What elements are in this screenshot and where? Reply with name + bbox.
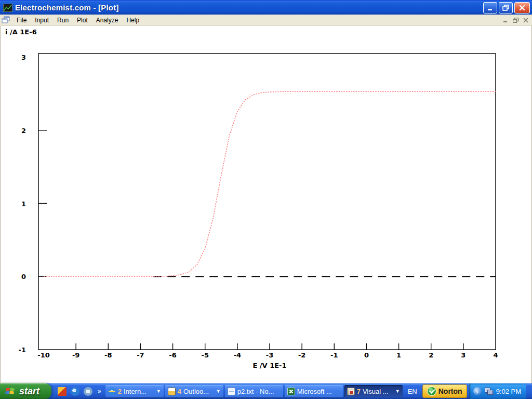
mdi-minimize-button[interactable] bbox=[502, 17, 510, 24]
x-axis-title: E /V 1E-1 bbox=[252, 362, 286, 369]
taskbar: start » 2Intern...▼4Outloo...▼p2.txt - N… bbox=[0, 383, 532, 399]
menu-plot[interactable]: Plot bbox=[73, 15, 92, 25]
dropdown-arrow-icon[interactable]: ▼ bbox=[156, 389, 161, 394]
menu-help[interactable]: Help bbox=[122, 15, 143, 25]
menu-analyze[interactable]: Analyze bbox=[92, 15, 123, 25]
x-tick-label: 1 bbox=[396, 351, 401, 359]
title-bar: Electrochemist.com - [Plot] bbox=[0, 0, 532, 15]
norton-badge[interactable]: Norton bbox=[422, 384, 467, 398]
visual-app-icon bbox=[347, 388, 355, 395]
plot-frame bbox=[38, 54, 496, 350]
mdi-child-icon[interactable] bbox=[2, 16, 10, 24]
taskbar-button-outlook[interactable]: 4Outloo...▼ bbox=[165, 385, 223, 397]
x-tick-label: -3 bbox=[266, 351, 273, 359]
menu-file[interactable]: File bbox=[12, 15, 31, 25]
quick-launch-icon-3[interactable] bbox=[84, 387, 92, 396]
x-tick-label: -6 bbox=[169, 351, 176, 359]
quick-launch-area: » bbox=[51, 387, 105, 396]
notepad-icon bbox=[228, 388, 235, 395]
menu-items: FileInputRunPlotAnalyzeHelp bbox=[12, 15, 143, 25]
y-tick-label: 2 bbox=[21, 127, 26, 135]
y-tick-label: -1 bbox=[19, 346, 26, 354]
windows-flag-icon bbox=[5, 386, 16, 396]
excel-icon bbox=[287, 388, 295, 395]
clock: 9:02 PM bbox=[496, 388, 521, 395]
x-tick-label: -7 bbox=[137, 351, 144, 359]
y-tick-label: 0 bbox=[21, 273, 26, 281]
tray-collapse-chevron-icon[interactable]: ‹ bbox=[473, 387, 482, 395]
taskbar-buttons: 2Intern...▼4Outloo...▼p2.txt - No...Micr… bbox=[105, 385, 403, 397]
y-tick-label: 3 bbox=[21, 54, 26, 61]
x-tick-label: 3 bbox=[461, 351, 466, 359]
x-tick-label: 4 bbox=[493, 351, 498, 359]
dropdown-arrow-icon[interactable]: ▼ bbox=[216, 389, 221, 394]
internet-explorer-icon bbox=[108, 388, 116, 395]
minimize-button[interactable] bbox=[483, 2, 497, 14]
taskbar-button-excel[interactable]: Microsoft ... bbox=[285, 385, 343, 397]
menu-run[interactable]: Run bbox=[53, 15, 73, 25]
menu-input[interactable]: Input bbox=[31, 15, 53, 25]
taskbar-button-label: p2.txt - No... bbox=[237, 388, 281, 395]
taskbar-button-label: Outloo... bbox=[183, 388, 214, 395]
taskbar-button-label: Intern... bbox=[124, 388, 154, 395]
taskbar-button-visual-app[interactable]: 7Visual ...▼ bbox=[344, 385, 403, 397]
taskbar-button-label: Microsoft ... bbox=[297, 388, 340, 395]
x-tick-label: 2 bbox=[429, 351, 433, 359]
x-tick-label: -2 bbox=[298, 351, 305, 359]
outlook-icon bbox=[168, 388, 176, 395]
norton-label: Norton bbox=[438, 387, 462, 395]
start-label: start bbox=[19, 386, 39, 397]
x-tick-label: -9 bbox=[72, 351, 79, 359]
start-button[interactable]: start bbox=[0, 383, 51, 399]
x-tick-label: -10 bbox=[37, 351, 50, 359]
dropdown-arrow-icon[interactable]: ▼ bbox=[395, 389, 400, 394]
application-window: Electrochemist.com - [Plot] FileIn bbox=[0, 0, 532, 399]
taskbar-button-notepad[interactable]: p2.txt - No... bbox=[225, 385, 283, 397]
taskbar-button-internet-explorer[interactable]: 2Intern...▼ bbox=[105, 385, 164, 397]
voltammogram-chart: -10-9-8-7-6-5-4-3-2-1012343210-1i /A 1E-… bbox=[1, 26, 531, 383]
x-tick-label: -4 bbox=[234, 351, 241, 359]
x-tick-label: 0 bbox=[364, 351, 369, 359]
quick-launch-chevron-icon[interactable]: » bbox=[97, 388, 101, 395]
y-axis-title: i /A 1E-6 bbox=[5, 28, 37, 36]
plot-client-area: -10-9-8-7-6-5-4-3-2-1012343210-1i /A 1E-… bbox=[0, 26, 532, 383]
x-tick-label: -8 bbox=[104, 351, 112, 359]
network-tray-icon[interactable] bbox=[485, 388, 493, 395]
window-title: Electrochemist.com - [Plot] bbox=[15, 3, 482, 12]
system-tray: ‹ 9:02 PM bbox=[469, 383, 526, 399]
y-tick-label: 1 bbox=[21, 200, 26, 208]
mdi-close-button[interactable] bbox=[522, 17, 530, 24]
mdi-restore-button[interactable] bbox=[512, 17, 520, 24]
window-count-badge: 2 bbox=[118, 388, 122, 395]
restore-button[interactable] bbox=[499, 2, 513, 14]
window-count-badge: 7 bbox=[357, 388, 361, 395]
norton-check-icon bbox=[427, 387, 436, 396]
language-indicator[interactable]: EN bbox=[403, 388, 422, 395]
app-plot-icon bbox=[3, 4, 12, 12]
menu-bar: FileInputRunPlotAnalyzeHelp bbox=[0, 15, 532, 26]
quick-launch-icon-1[interactable] bbox=[58, 387, 66, 396]
close-button[interactable] bbox=[514, 2, 530, 14]
taskbar-button-label: Visual ... bbox=[363, 388, 393, 395]
quick-launch-icon-2[interactable] bbox=[71, 387, 79, 396]
window-count-badge: 4 bbox=[178, 388, 181, 395]
x-tick-label: -5 bbox=[201, 351, 208, 359]
x-tick-label: -1 bbox=[330, 351, 338, 359]
